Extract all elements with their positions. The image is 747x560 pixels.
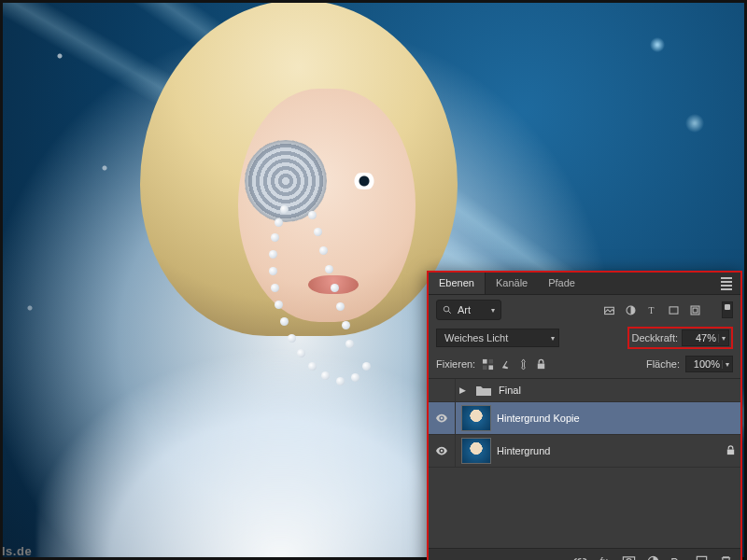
layers-list: ▶ Final Hintergrund Kopie Hintergrund xyxy=(429,379,740,548)
layers-empty-area[interactable] xyxy=(429,468,740,548)
svg-point-0 xyxy=(444,306,449,312)
svg-rect-19 xyxy=(697,556,706,560)
layer-mask-icon[interactable] xyxy=(621,553,636,560)
disclosure-triangle-icon[interactable]: ▶ xyxy=(456,385,469,395)
blend-mode-select[interactable]: Weiches Licht ▾ xyxy=(436,329,559,347)
layer-thumbnail[interactable] xyxy=(461,405,491,431)
blend-opacity-row: Weiches Licht ▾ Deckkraft: ▾ xyxy=(429,324,740,353)
layer-row-group[interactable]: ▶ Final xyxy=(429,379,740,402)
svg-point-14 xyxy=(441,450,443,452)
layer-row[interactable]: Hintergrund xyxy=(429,435,740,468)
canvas-art xyxy=(345,173,383,189)
tab-layers[interactable]: Ebenen xyxy=(429,273,486,294)
filter-type-icon[interactable]: T xyxy=(644,302,660,318)
layer-name[interactable]: Hintergrund xyxy=(497,445,720,456)
search-icon xyxy=(443,305,452,315)
layer-locked-icon xyxy=(720,445,740,457)
svg-rect-15 xyxy=(726,449,733,455)
eye-icon xyxy=(435,444,448,457)
lock-pixels-icon[interactable] xyxy=(499,357,512,371)
svg-rect-12 xyxy=(537,363,543,369)
layer-row-selected[interactable]: Hintergrund Kopie xyxy=(429,402,740,435)
canvas-art xyxy=(308,275,359,294)
svg-rect-5 xyxy=(669,306,678,313)
tab-paths[interactable]: Pfade xyxy=(538,273,585,294)
lock-fill-row: Fixieren: Fläche: ▾ xyxy=(429,353,740,379)
visibility-toggle[interactable] xyxy=(429,379,456,401)
new-group-icon[interactable] xyxy=(669,553,684,560)
dropdown-caret-icon: ▾ xyxy=(491,306,495,315)
dropdown-caret-icon: ▾ xyxy=(718,334,728,343)
svg-rect-8 xyxy=(483,358,487,363)
lock-all-icon[interactable] xyxy=(534,357,547,371)
filter-pixel-icon[interactable] xyxy=(601,302,617,318)
svg-rect-11 xyxy=(488,358,493,363)
opacity-label: Deckkraft: xyxy=(631,332,678,343)
svg-rect-7 xyxy=(693,308,698,313)
lock-label: Fixieren: xyxy=(436,358,475,370)
filter-smart-icon[interactable] xyxy=(687,302,703,318)
filter-toggle-switch[interactable] xyxy=(722,301,733,318)
canvas-art xyxy=(245,140,327,222)
dropdown-caret-icon: ▾ xyxy=(722,360,732,369)
opacity-highlight: Deckkraft: ▾ xyxy=(627,327,733,349)
dropdown-caret-icon: ▾ xyxy=(551,334,555,343)
watermark-text: ls.de xyxy=(2,544,32,558)
adjustment-layer-icon[interactable] xyxy=(645,553,660,560)
panel-bottom-bar: fx▼ xyxy=(429,548,740,560)
fill-label: Fläche: xyxy=(646,358,680,370)
tab-channels[interactable]: Kanäle xyxy=(486,273,538,294)
svg-line-1 xyxy=(448,311,451,314)
svg-point-13 xyxy=(441,417,443,419)
svg-rect-6 xyxy=(691,306,699,315)
layer-filter-row: ▾ T xyxy=(429,295,740,324)
visibility-toggle[interactable] xyxy=(429,435,456,467)
lock-transparency-icon[interactable] xyxy=(481,357,494,371)
fill-input[interactable] xyxy=(686,358,722,370)
layer-style-button[interactable]: fx▼ xyxy=(597,553,612,560)
opacity-input[interactable] xyxy=(683,332,718,343)
layer-name[interactable]: Final xyxy=(499,385,740,396)
layer-thumbnail[interactable] xyxy=(461,438,491,464)
visibility-toggle[interactable] xyxy=(429,402,456,434)
layers-panel: Ebenen Kanäle Pfade ▾ T xyxy=(427,271,742,560)
panel-menu-button[interactable] xyxy=(712,273,740,294)
folder-icon xyxy=(474,383,493,398)
photoshop-canvas-area: ls.de Ebenen Kanäle Pfade ▾ T xyxy=(0,0,747,560)
new-layer-icon[interactable] xyxy=(694,553,709,560)
layer-filter-type[interactable]: ▾ xyxy=(436,300,501,320)
svg-rect-9 xyxy=(488,365,493,370)
lock-position-icon[interactable] xyxy=(516,357,529,371)
panel-tabs: Ebenen Kanäle Pfade xyxy=(429,273,740,295)
svg-rect-10 xyxy=(483,365,487,370)
opacity-field[interactable]: ▾ xyxy=(682,329,729,346)
layer-name[interactable]: Hintergrund Kopie xyxy=(497,413,740,424)
filter-shape-icon[interactable] xyxy=(666,302,682,318)
link-layers-icon[interactable] xyxy=(572,553,587,560)
delete-layer-icon[interactable] xyxy=(718,553,733,560)
layer-filter-input[interactable] xyxy=(456,303,486,316)
eye-icon xyxy=(435,412,448,425)
svg-text:T: T xyxy=(648,304,654,315)
fill-field[interactable]: ▾ xyxy=(685,356,733,372)
blend-mode-value: Weiches Licht xyxy=(444,332,508,343)
filter-adjust-icon[interactable] xyxy=(623,302,639,318)
